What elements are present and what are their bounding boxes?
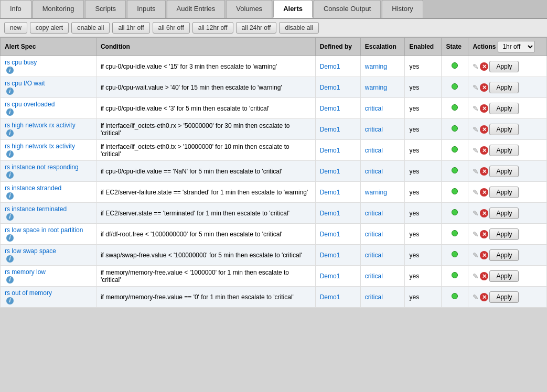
defined-by-link[interactable]: Demo1 [320,105,340,112]
toolbar-btn-new[interactable]: new [4,22,27,34]
escalation-link[interactable]: critical [365,126,383,133]
delete-icon[interactable]: ✕ [480,209,488,217]
apply-button[interactable]: Apply [489,270,519,282]
info-icon[interactable]: i [6,88,14,95]
alert-name-link[interactable]: rs high network rx activity [5,122,92,129]
apply-button[interactable]: Apply [489,82,519,93]
escalation-link[interactable]: critical [365,273,383,280]
apply-button[interactable]: Apply [489,166,519,177]
info-icon[interactable]: i [6,67,14,74]
escalation-link[interactable]: critical [365,210,383,217]
edit-icon[interactable]: ✎ [473,83,479,92]
tab-console-output[interactable]: Console Output [314,0,381,18]
delete-icon[interactable]: ✕ [480,62,488,71]
defined-by-link[interactable]: Demo1 [320,63,340,70]
defined-by-link[interactable]: Demo1 [320,252,340,259]
escalation-link[interactable]: warning [365,84,387,91]
edit-icon[interactable]: ✎ [473,230,479,238]
apply-button[interactable]: Apply [489,249,519,261]
delete-icon[interactable]: ✕ [480,125,488,134]
edit-icon[interactable]: ✎ [473,104,479,113]
defined-by-link[interactable]: Demo1 [320,231,340,238]
edit-icon[interactable]: ✎ [473,125,479,134]
delete-icon[interactable]: ✕ [480,251,488,259]
apply-button[interactable]: Apply [489,61,519,72]
tab-inputs[interactable]: Inputs [127,0,165,18]
apply-button[interactable]: Apply [489,145,519,156]
alert-name-link[interactable]: rs cpu I/O wait [5,80,92,87]
alert-name-link[interactable]: rs cpu busy [5,59,92,66]
alert-name-link[interactable]: rs instance not responding [5,164,92,171]
alert-name-link[interactable]: rs low swap space [5,247,92,255]
delete-icon[interactable]: ✕ [480,167,488,176]
apply-button[interactable]: Apply [489,103,519,114]
toolbar-btn-disable-all[interactable]: disable all [279,22,318,34]
defined-by-link[interactable]: Demo1 [320,147,340,154]
escalation-link[interactable]: warning [365,189,387,196]
alert-name-link[interactable]: rs instance stranded [5,184,92,192]
tab-audit-entries[interactable]: Audit Entries [167,0,226,18]
delete-icon[interactable]: ✕ [480,146,488,155]
info-icon[interactable]: i [6,234,14,242]
edit-icon[interactable]: ✎ [473,293,479,301]
tab-info[interactable]: Info [0,0,31,18]
edit-icon[interactable]: ✎ [473,146,479,155]
escalation-link[interactable]: warning [365,63,387,70]
toolbar-btn-enable-all[interactable]: enable all [71,22,110,34]
defined-by-link[interactable]: Demo1 [320,273,340,280]
edit-icon[interactable]: ✎ [473,62,479,71]
toolbar-btn-copy-alert[interactable]: copy alert [30,22,69,34]
alert-name-link[interactable]: rs high network tx activity [5,143,92,150]
info-icon[interactable]: i [6,150,14,158]
delete-icon[interactable]: ✕ [480,230,488,238]
escalation-link[interactable]: critical [365,105,383,112]
defined-by-link[interactable]: Demo1 [320,84,340,91]
tab-monitoring[interactable]: Monitoring [33,0,84,18]
escalation-link[interactable]: critical [365,147,383,154]
delete-icon[interactable]: ✕ [480,272,488,280]
time-select[interactable]: 1hr off6hr off12hr off24hr off [498,41,535,52]
escalation-link[interactable]: critical [365,252,383,259]
edit-icon[interactable]: ✎ [473,209,479,217]
info-icon[interactable]: i [6,297,14,304]
toolbar-btn-all-1hr-off[interactable]: all 1hr off [112,22,149,34]
toolbar-btn-all-24hr-off[interactable]: all 24hr off [236,22,277,34]
apply-button[interactable]: Apply [489,291,519,303]
info-icon[interactable]: i [6,129,14,137]
alert-name-link[interactable]: rs memory low [5,268,92,276]
info-icon[interactable]: i [6,108,14,116]
apply-button[interactable]: Apply [489,228,519,240]
alert-name-link[interactable]: rs low space in root partition [5,226,92,234]
defined-by-link[interactable]: Demo1 [320,168,340,175]
tab-volumes[interactable]: Volumes [226,0,272,18]
alert-name-link[interactable]: rs cpu overloaded [5,101,92,108]
info-icon[interactable]: i [6,255,14,263]
info-icon[interactable]: i [6,192,14,200]
tab-alerts[interactable]: Alerts [273,0,313,18]
delete-icon[interactable]: ✕ [480,188,488,197]
alert-name-link[interactable]: rs instance terminated [5,205,92,213]
edit-icon[interactable]: ✎ [473,251,479,259]
edit-icon[interactable]: ✎ [473,167,479,176]
apply-button[interactable]: Apply [489,124,519,135]
edit-icon[interactable]: ✎ [473,188,479,197]
escalation-link[interactable]: critical [365,231,383,238]
apply-button[interactable]: Apply [489,208,519,219]
defined-by-link[interactable]: Demo1 [320,210,340,217]
info-icon[interactable]: i [6,213,14,221]
escalation-link[interactable]: critical [365,168,383,175]
apply-button[interactable]: Apply [489,187,519,198]
toolbar-btn-all-12hr-off[interactable]: all 12hr off [192,22,233,34]
delete-icon[interactable]: ✕ [480,83,488,92]
info-icon[interactable]: i [6,276,14,284]
delete-icon[interactable]: ✕ [480,293,488,301]
toolbar-btn-all-6hr-off[interactable]: all 6hr off [153,22,190,34]
defined-by-link[interactable]: Demo1 [320,126,340,133]
defined-by-link[interactable]: Demo1 [320,293,340,301]
defined-by-link[interactable]: Demo1 [320,189,340,196]
info-icon[interactable]: i [6,171,14,179]
delete-icon[interactable]: ✕ [480,104,488,113]
edit-icon[interactable]: ✎ [473,272,479,280]
escalation-link[interactable]: critical [365,293,383,301]
alert-name-link[interactable]: rs out of memory [5,289,92,297]
